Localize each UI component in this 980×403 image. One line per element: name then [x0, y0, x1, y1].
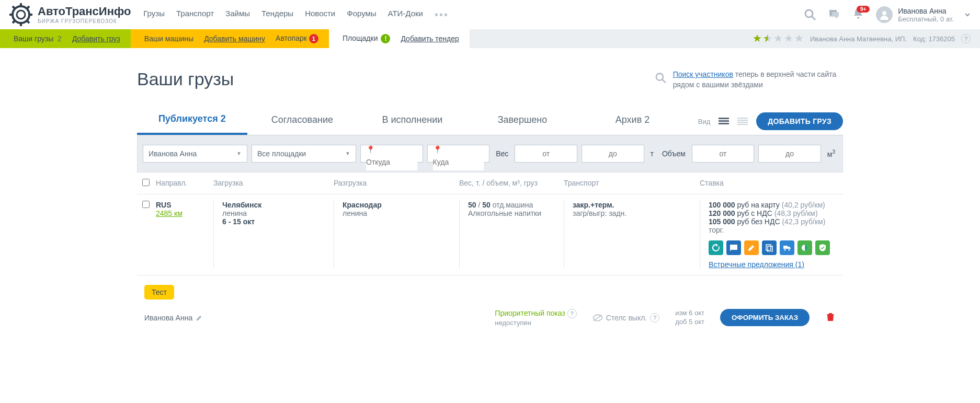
- tab-completed[interactable]: Завершено: [468, 109, 578, 134]
- bell-wrap[interactable]: 9+: [852, 8, 864, 22]
- delete-button[interactable]: [825, 312, 836, 324]
- nav-loans[interactable]: Займы: [225, 9, 250, 21]
- counter-offers-link[interactable]: Встречные предложения (1): [709, 260, 804, 269]
- svg-point-29: [789, 249, 790, 250]
- rating-stars[interactable]: [753, 34, 804, 43]
- nav-cargo[interactable]: Грузы: [143, 9, 165, 21]
- pin-icon: 📍: [433, 145, 442, 154]
- row-checkbox[interactable]: [142, 201, 150, 208]
- chevron-down-icon: [964, 11, 971, 18]
- autopark-badge: 1: [309, 34, 318, 43]
- svg-rect-17: [719, 118, 729, 119]
- add-cargo-link[interactable]: Добавить груз: [72, 34, 120, 43]
- th-unload[interactable]: Разгрузка: [334, 179, 459, 188]
- th-direction[interactable]: Направл.: [156, 179, 213, 188]
- add-tender-link[interactable]: Добавить тендер: [401, 34, 459, 43]
- tabs: Публикуется 2 Согласование В исполнении …: [137, 108, 843, 135]
- row-footer: Иванова Анна Приоритетный показ ? недост…: [137, 304, 843, 330]
- help-icon[interactable]: ?: [961, 34, 971, 43]
- svg-point-15: [656, 74, 663, 80]
- test-badge[interactable]: Тест: [144, 285, 174, 300]
- th-weight[interactable]: Вес, т. / объем, м³, груз: [459, 179, 564, 188]
- unit-t: т: [648, 149, 656, 158]
- view-label: Вид: [698, 118, 711, 125]
- stealth-icon: [592, 314, 603, 322]
- refresh-action[interactable]: [709, 240, 723, 255]
- th-rate[interactable]: Ставка: [700, 179, 838, 188]
- search-hint-icon: [655, 69, 667, 87]
- filter-from-input[interactable]: 📍: [360, 145, 423, 163]
- svg-point-10: [805, 10, 813, 17]
- edit-action[interactable]: [744, 240, 759, 255]
- owner-full: Иванова Анна Матвеевна, ИП.: [810, 35, 907, 43]
- owner-code: Код: 1736205: [913, 35, 955, 43]
- tab-archive[interactable]: Архив 2: [577, 109, 688, 134]
- row-actions: [709, 240, 831, 255]
- row-dates: изм 6 окт доб 5 окт: [675, 309, 704, 327]
- stealth-toggle[interactable]: Стелс выкл. ?: [592, 313, 660, 323]
- help-icon[interactable]: ?: [650, 313, 659, 323]
- volume-label: Объем: [660, 149, 688, 158]
- weight-to-input[interactable]: [582, 145, 644, 163]
- tab-publishing[interactable]: Публикуется 2: [137, 108, 247, 135]
- trans-loading: загр/выгр: задн.: [573, 209, 693, 217]
- svg-point-0: [13, 6, 29, 23]
- tab-agreement[interactable]: Согласование: [247, 109, 358, 134]
- order-button[interactable]: ОФОРМИТЬ ЗАКАЗ: [720, 309, 810, 326]
- svg-point-28: [784, 249, 786, 250]
- svg-rect-24: [730, 245, 737, 250]
- contrast-action[interactable]: [797, 240, 812, 255]
- th-load[interactable]: Загрузка: [213, 179, 334, 188]
- load-addr: ленина: [222, 209, 327, 217]
- nav-forums[interactable]: Форумы: [347, 9, 376, 21]
- nav-transport[interactable]: Транспорт: [176, 9, 214, 21]
- star-icon: [784, 34, 793, 43]
- volume-from-input[interactable]: [692, 145, 755, 163]
- svg-rect-23: [737, 124, 748, 125]
- user-menu[interactable]: Иванова Анна Бесплатный, 0 ат.: [876, 6, 971, 23]
- nav-news[interactable]: Новости: [305, 9, 335, 21]
- distance-link[interactable]: 2485 км: [156, 209, 183, 217]
- help-icon[interactable]: ?: [567, 309, 577, 318]
- svg-point-1: [17, 10, 25, 19]
- svg-rect-27: [783, 246, 788, 249]
- copy-action[interactable]: [762, 240, 777, 255]
- country: RUS: [156, 201, 207, 209]
- autopark-link[interactable]: Автопарк1: [276, 34, 318, 43]
- your-cargo-label[interactable]: Ваши грузы: [14, 34, 53, 43]
- your-trucks-label[interactable]: Ваши машины: [144, 34, 193, 43]
- th-transport[interactable]: Транспорт: [564, 179, 700, 188]
- logo[interactable]: АвтоТрансИнфо БИРЖА ГРУЗОПЕРЕВОЗОК: [9, 3, 131, 26]
- truck-action[interactable]: [780, 240, 794, 255]
- nav-more-icon[interactable]: •••: [435, 9, 449, 21]
- add-truck-link[interactable]: Добавить машину: [204, 34, 265, 43]
- nav-tenders[interactable]: Тендеры: [261, 9, 293, 21]
- search-participants-link[interactable]: Поиск участников: [673, 70, 733, 78]
- message-action[interactable]: [726, 240, 741, 255]
- filter-to-input[interactable]: 📍: [427, 145, 490, 163]
- unit-m3: м3: [825, 149, 837, 158]
- view-compact-icon[interactable]: [737, 118, 748, 125]
- main-nav: Грузы Транспорт Займы Тендеры Новости Фо…: [143, 9, 449, 21]
- svg-point-12: [857, 17, 859, 19]
- user-name: Иванова Анна: [898, 7, 954, 15]
- edit-owner-icon[interactable]: [196, 314, 203, 321]
- chat-icon[interactable]: [828, 8, 840, 21]
- select-all-checkbox[interactable]: [142, 179, 150, 186]
- filter-user-select[interactable]: Иванова Анна▼: [143, 145, 247, 163]
- priority-status: Приоритетный показ ? недоступен: [495, 309, 576, 327]
- add-cargo-button[interactable]: ДОБАВИТЬ ГРУЗ: [756, 112, 843, 130]
- nav-docs[interactable]: АТИ-Доки: [388, 9, 423, 21]
- bargain: торг.: [709, 226, 831, 234]
- tab-inprogress[interactable]: В исполнении: [357, 109, 468, 134]
- platforms-link[interactable]: Площадки!: [343, 34, 391, 43]
- row-owner: Иванова Анна: [144, 314, 192, 322]
- view-list-icon[interactable]: [719, 118, 729, 125]
- filter-platform-select[interactable]: Все площадки▼: [252, 145, 356, 163]
- star-icon: [753, 34, 762, 43]
- shield-action[interactable]: [815, 240, 830, 255]
- weight-from-input[interactable]: [515, 145, 577, 163]
- volume-to-input[interactable]: [758, 145, 821, 163]
- search-icon[interactable]: [804, 8, 816, 21]
- top-header: АвтоТрансИнфо БИРЖА ГРУЗОПЕРЕВОЗОК Грузы…: [0, 0, 980, 26]
